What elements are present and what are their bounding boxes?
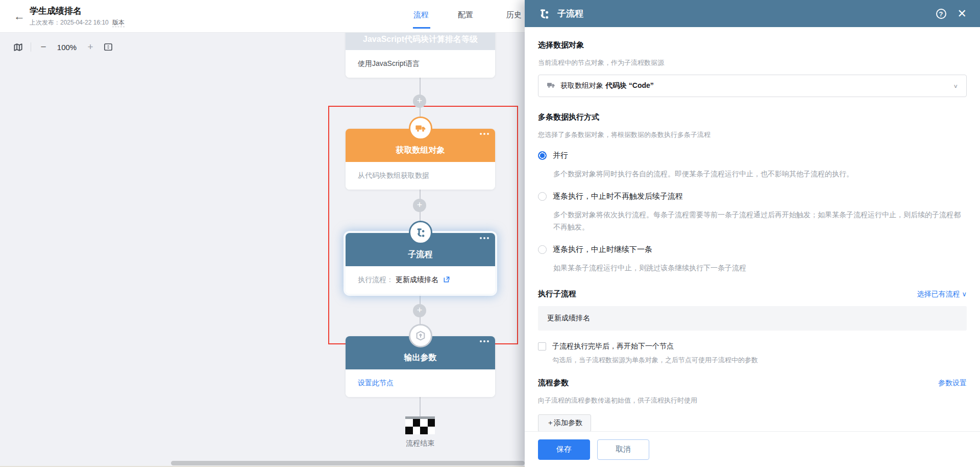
tab-history[interactable]: 历史 — [506, 10, 522, 20]
minimap-icon[interactable] — [12, 41, 23, 53]
node-title: 获取数组对象 — [396, 145, 445, 156]
truck-icon — [547, 81, 555, 91]
tab-config[interactable]: 配置 — [458, 10, 473, 20]
add-node-button[interactable]: + — [413, 304, 426, 317]
add-node-button[interactable]: + — [413, 199, 426, 212]
version-link[interactable]: 版本 — [112, 19, 125, 27]
node-body: 使用JavaScript语言 — [346, 50, 495, 78]
panel-title: 子流程 — [557, 8, 936, 19]
last-publish-info: 上次发布：2025-04-22 16:10 版本 — [30, 18, 125, 27]
external-link-icon[interactable] — [443, 276, 450, 285]
page-title: 学生成绩排名 — [30, 5, 82, 17]
workflow-editor: ← 学生成绩排名 上次发布：2025-04-22 16:10 版本 流程 配置 … — [0, 0, 980, 467]
radio-icon[interactable] — [538, 192, 547, 201]
section-heading-execution: 多条数据执行方式 — [538, 112, 967, 122]
back-button[interactable]: ← — [11, 8, 28, 25]
exec-prefix: 执行流程： — [358, 275, 394, 284]
node-header: JavaScript代码块计算排名等级 — [346, 33, 495, 50]
flow-canvas[interactable]: − 100% + JavaScript代码块计算排名等级 使用JavaScrip… — [0, 33, 525, 467]
checkbox-icon[interactable] — [538, 342, 546, 351]
add-param-button[interactable]: ＋添加参数 — [538, 414, 591, 431]
checkbox-desc: 勾选后，当子流程数据源为单条对象，之后节点可使用子流程中的参数 — [538, 356, 967, 365]
node-javascript-codeblock[interactable]: JavaScript代码块计算排名等级 使用JavaScript语言 — [346, 33, 495, 78]
radio-icon[interactable] — [538, 245, 547, 254]
more-menu-icon[interactable] — [480, 340, 489, 342]
radio-option-sequential-continue[interactable]: 逐条执行，中止时继续下一条 — [538, 245, 967, 254]
node-body: 执行流程： 更新成绩排名 — [346, 266, 495, 294]
node-output-params[interactable]: 输出参数 设置此节点 — [346, 336, 495, 397]
panel-body: 选择数据对象 当前流程中的节点对象，作为子流程数据源 获取数组对象 代码块 “C… — [525, 27, 980, 431]
horizontal-scrollbar[interactable] — [171, 461, 525, 465]
node-body: 从代码块数组获取数据 — [346, 162, 495, 190]
node-subflow[interactable]: 子流程 执行流程： 更新成绩排名 — [346, 233, 495, 294]
save-button[interactable]: 保存 — [538, 439, 590, 460]
panel-header: 子流程 ? ✕ — [525, 0, 980, 27]
node-title: JavaScript代码块计算排名等级 — [363, 34, 478, 45]
subflow-name-field[interactable]: 更新成绩排名 — [538, 306, 967, 331]
active-tab-underline — [413, 27, 430, 29]
node-title: 输出参数 — [404, 353, 437, 363]
section-heading-params: 流程参数 — [538, 378, 569, 388]
panel-footer: 保存 取消 — [525, 431, 980, 467]
choose-existing-flow-link[interactable]: 选择已有流程 ∨ — [917, 290, 967, 299]
section-desc-execution: 您选择了多条数据对象，将根据数据的条数执行多条子流程 — [538, 130, 967, 139]
section-desc-data-object: 当前流程中的节点对象，作为子流程数据源 — [538, 58, 967, 67]
zoom-in-button[interactable]: + — [85, 41, 95, 53]
more-menu-icon[interactable] — [480, 237, 489, 239]
tab-flow[interactable]: 流程 — [413, 10, 429, 20]
toolbar-divider — [31, 42, 31, 52]
node-body: 设置此节点 — [346, 369, 495, 397]
radio-desc-parallel: 多个数据对象将同时执行各自的流程。即便某条子流程运行中止，也不影响其他子流程的执… — [538, 168, 967, 180]
canvas-toolbar: − 100% + — [12, 40, 114, 54]
more-menu-icon[interactable] — [480, 133, 489, 135]
section-desc-params: 向子流程的流程参数传递初始值，供子流程执行时使用 — [538, 396, 967, 405]
radio-desc-sequential-stop: 多个数据对象将依次执行流程。每条子流程需要等前一条子流程通过后再开始触发；如果某… — [538, 208, 967, 233]
radio-option-parallel[interactable]: 并行 — [538, 151, 967, 160]
chevron-down-icon: ∨ — [962, 290, 967, 298]
section-heading-data-object: 选择数据对象 — [538, 40, 967, 50]
add-node-button[interactable]: + — [413, 95, 426, 108]
zoom-level: 100% — [56, 43, 78, 52]
flow-end-label: 流程结束 — [394, 439, 446, 448]
close-icon[interactable]: ✕ — [958, 9, 967, 19]
help-icon[interactable]: ? — [936, 9, 946, 19]
output-icon — [409, 324, 432, 347]
node-get-array-object[interactable]: 获取数组对象 从代码块数组获取数据 — [346, 129, 495, 190]
section-heading-subflow: 执行子流程 — [538, 289, 576, 299]
data-object-select[interactable]: 获取数组对象 代码块 “Code” ∨ — [538, 75, 967, 97]
select-value-bold: 代码块 “Code” — [605, 81, 654, 89]
radio-option-sequential-stop[interactable]: 逐条执行，中止时不再触发后续子流程 — [538, 192, 967, 201]
select-value-normal: 获取数组对象 — [560, 81, 605, 89]
radio-desc-sequential-continue: 如果某条子流程运行中止，则跳过该条继续执行下一条子流程 — [538, 262, 967, 274]
radio-selected-icon[interactable] — [538, 151, 547, 160]
subflow-icon — [409, 221, 432, 244]
chevron-down-icon: ∨ — [953, 83, 958, 89]
wait-subflow-checkbox-row[interactable]: 子流程执行完毕后，再开始下一个节点 — [538, 342, 967, 351]
node-title: 子流程 — [408, 249, 433, 260]
truck-icon — [409, 116, 432, 140]
param-settings-link[interactable]: 参数设置 — [938, 379, 967, 388]
zoom-out-button[interactable]: − — [38, 41, 48, 53]
fit-screen-icon[interactable] — [103, 41, 114, 53]
last-publish-text: 上次发布：2025-04-22 16:10 — [30, 19, 109, 26]
setup-node-link[interactable]: 设置此节点 — [358, 379, 394, 387]
finish-flag-icon — [405, 416, 435, 434]
subflow-config-panel: 子流程 ? ✕ 选择数据对象 当前流程中的节点对象，作为子流程数据源 获取数组 — [525, 0, 980, 467]
subflow-icon — [538, 8, 550, 20]
exec-flow-name: 更新成绩排名 — [396, 275, 438, 284]
cancel-button[interactable]: 取消 — [597, 439, 649, 460]
